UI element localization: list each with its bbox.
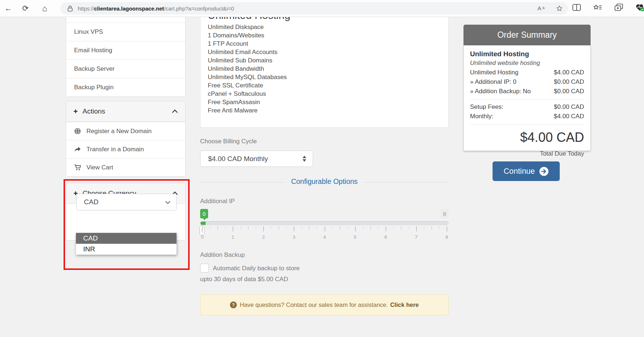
slider-tick — [393, 226, 394, 229]
browser-essentials-icon[interactable] — [635, 3, 644, 12]
billing-cycle-select[interactable]: $4.00 CAD Monthly — [200, 151, 313, 167]
collections-icon[interactable] — [615, 4, 623, 11]
slider-tick — [248, 226, 248, 230]
slider-tick — [279, 226, 279, 230]
slider-tick — [355, 226, 356, 231]
slider-tick-label: 0 — [201, 234, 203, 240]
action-view-cart[interactable]: View Cart — [66, 158, 185, 176]
summary-line-item: Unlimited Hosting $4.00 CAD — [470, 69, 584, 76]
feature-item: Unlimited Diskspace — [208, 23, 287, 31]
slider-tick-label: 2 — [262, 234, 265, 240]
configurable-options-heading: Configurable Options — [200, 177, 449, 186]
slider-tick — [363, 226, 363, 229]
up-down-arrows-icon — [303, 156, 306, 162]
currency-select[interactable]: CAD — [76, 194, 177, 210]
currency-option-cad[interactable]: CAD — [76, 233, 177, 244]
summary-total: $4.00 CAD — [470, 130, 584, 145]
product-features: Unlimited Diskspace 1 Domains/Websites 1… — [208, 23, 287, 115]
slider-tick-label: 8 — [445, 234, 448, 240]
feature-item: Free SpamAssasin — [208, 98, 287, 106]
back-icon: ← — [5, 4, 12, 13]
slider-tick — [416, 226, 417, 231]
feature-item: cPanel + Softaculous — [208, 90, 287, 98]
action-label: Register a New Domain — [86, 128, 152, 135]
share-arrow-icon — [74, 146, 86, 152]
summary-fee-row: Monthly: $4.00 CAD — [470, 113, 584, 120]
help-banner: ? Have questions? Contact our sales team… — [200, 295, 449, 315]
slider-track[interactable] — [200, 221, 449, 225]
slider-tick-label: 3 — [293, 234, 295, 240]
feature-item: Free SSL Certificate — [208, 81, 287, 90]
read-aloud-icon[interactable]: A — [538, 5, 546, 12]
configurable-options-title: Configurable Options — [291, 177, 357, 186]
back-button[interactable]: ← — [3, 3, 14, 13]
feature-item: Unlimited Sub Domains — [208, 56, 287, 65]
favorites-bar-icon[interactable] — [593, 4, 602, 11]
actions-panel: + Actions Register a New Domain — [66, 101, 186, 177]
slider-max-badge: 8 — [441, 209, 449, 218]
slider-tick — [233, 226, 233, 231]
slider-tick — [263, 226, 264, 231]
currency-option-inr[interactable]: INR — [76, 244, 177, 255]
feature-item: 1 Domains/Websites — [208, 31, 287, 40]
address-bar[interactable]: https://clientarea.lagoonspace.net/cart.… — [60, 2, 568, 15]
action-transfer-domain[interactable]: Transfer in a Domain — [66, 140, 185, 158]
lock-icon — [68, 5, 73, 12]
sidebar-item-linux-vps[interactable]: Linux VPS — [66, 22, 185, 41]
slider-tick — [240, 226, 241, 229]
order-summary-body: Unlimited Hosting Unlimited website host… — [463, 45, 591, 151]
additional-ip-slider: 0 8 012345678 — [200, 207, 449, 241]
slider-fill — [201, 222, 206, 225]
help-text: Have questions? Contact our sales team f… — [240, 301, 388, 308]
addition-backup-checkbox[interactable] — [200, 264, 209, 272]
currency-panel: + Choose Currency CAD — [66, 183, 186, 241]
slider-tick — [432, 226, 432, 230]
additional-ip-label: Additional IP — [200, 198, 235, 205]
slider-tick — [325, 226, 325, 231]
feature-item: Unlimited MySQL Databases — [208, 73, 287, 81]
refresh-button[interactable]: ⟳ — [20, 3, 31, 13]
sidebar-item-backup-server[interactable]: Backup Server — [66, 59, 185, 78]
slider-tick — [225, 226, 226, 229]
slider-tick — [378, 226, 378, 229]
home-button[interactable]: ⌂ — [39, 3, 50, 13]
split-screen-icon[interactable] — [572, 4, 581, 11]
cart-icon — [74, 164, 86, 171]
refresh-icon: ⟳ — [22, 4, 29, 13]
slider-tick — [202, 226, 203, 231]
summary-fee-row: Setup Fees: $0.00 CAD — [470, 103, 584, 111]
feature-item: 1 FTP Account — [208, 40, 287, 48]
slider-tick — [256, 226, 256, 229]
slider-tick — [370, 226, 371, 230]
summary-divider — [470, 99, 584, 100]
slider-tick — [340, 226, 340, 230]
plus-icon: + — [73, 107, 78, 116]
question-icon: ? — [230, 301, 237, 308]
slider-tick — [309, 226, 309, 230]
slider-tick — [317, 226, 317, 229]
browser-window: ← ⟳ ⌂ https://clientarea.lagoonspace.net… — [0, 0, 644, 337]
slider-tick-label: 4 — [323, 234, 326, 240]
sidebar-item-email-hosting[interactable]: Email Hosting — [66, 41, 185, 59]
summary-line-item: » Additional IP: 0 $0.00 CAD — [470, 78, 584, 86]
url-text[interactable]: https://clientarea.lagoonspace.net/cart.… — [78, 5, 234, 12]
slider-tick-label: 6 — [384, 234, 387, 240]
billing-selected-value: $4.00 CAD Monthly — [208, 155, 268, 163]
favorite-star-icon[interactable] — [556, 5, 563, 12]
chevron-up-icon[interactable] — [172, 110, 178, 113]
feature-item: Unlimited Email Accounts — [208, 48, 287, 56]
sidebar-item-backup-plugin[interactable]: Backup Plugin — [66, 78, 185, 96]
home-icon: ⌂ — [42, 4, 47, 13]
actions-title: Actions — [82, 107, 172, 115]
actions-header[interactable]: + Actions — [66, 101, 185, 122]
slider-tick-label: 7 — [415, 234, 417, 240]
slider-tick — [301, 226, 302, 229]
slider-tick — [218, 226, 218, 230]
order-summary-title: Order Summary — [497, 30, 557, 40]
help-click-here-link[interactable]: Click here — [390, 301, 419, 308]
svg-text:A: A — [538, 5, 541, 11]
action-register-domain[interactable]: Register a New Domain — [66, 122, 185, 140]
feature-item: Unlimited Bandwidth — [208, 65, 287, 73]
slider-tick — [286, 226, 287, 229]
continue-button[interactable]: Continue — [493, 161, 560, 181]
